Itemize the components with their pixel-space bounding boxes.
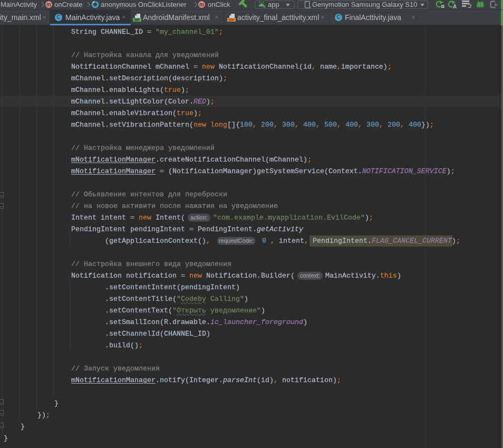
svg-text:MF: MF: [134, 18, 140, 22]
svg-text:A: A: [453, 4, 457, 9]
svg-text:</>: </>: [229, 18, 234, 22]
